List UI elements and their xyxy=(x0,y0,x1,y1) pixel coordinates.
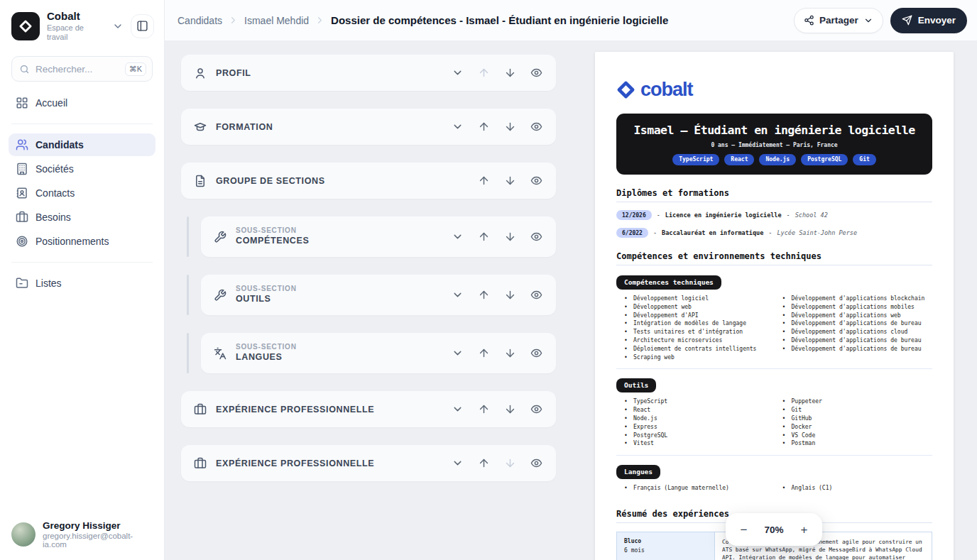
education-school: Lycée Saint-John Perse xyxy=(777,229,857,236)
language-item: •Anglais (C1) xyxy=(775,484,933,493)
visibility-eye-button[interactable] xyxy=(526,344,546,363)
breadcrumb-candidats[interactable]: Candidats xyxy=(178,15,222,26)
education-item: 6/2022 - Baccalauréat en informatique - … xyxy=(616,228,932,238)
cobalt-wordmark: cobalt xyxy=(640,79,693,101)
section-row-experience-2[interactable]: EXPÉRIENCE PROFESSIONNELLE xyxy=(181,445,556,481)
briefcase-icon xyxy=(194,457,207,470)
move-up-button[interactable] xyxy=(474,454,493,473)
move-up-button[interactable] xyxy=(474,344,493,363)
section-row-groupe[interactable]: GROUPE DE SECTIONS xyxy=(181,163,556,199)
grid-icon xyxy=(16,97,28,109)
sidebar-item-label: Accueil xyxy=(36,97,67,109)
section-row-formation[interactable]: FORMATION xyxy=(181,109,556,145)
subsection-indent-bar xyxy=(187,216,189,257)
move-up-button[interactable] xyxy=(474,227,493,247)
sidebar-item-label: Listes xyxy=(36,278,62,289)
chevron-right-icon xyxy=(228,15,239,26)
section-title: COMPÉTENCES xyxy=(236,236,309,247)
divider xyxy=(11,123,153,124)
section-row-profil[interactable]: PROFIL xyxy=(181,55,556,91)
visibility-eye-button[interactable] xyxy=(526,117,546,137)
share-button[interactable]: Partager xyxy=(794,8,883,33)
sidebar-item-besoins[interactable]: Besoins xyxy=(9,206,155,229)
section-title: EXPÉRIENCE PROFESSIONNELLE xyxy=(216,459,374,468)
separator: - xyxy=(657,212,660,219)
tool-item: •Vitest xyxy=(616,439,775,448)
visibility-eye-button[interactable] xyxy=(526,63,546,83)
section-row-outils[interactable]: SOUS-SECTION OUTILS xyxy=(201,275,556,315)
skill-item: •Développement d'applications de bureau xyxy=(775,336,933,345)
skills-list-right: •Développement d'applications blockchain… xyxy=(775,295,933,361)
zoom-out-button[interactable]: − xyxy=(738,521,751,539)
zoom-in-button[interactable]: + xyxy=(798,521,811,539)
breadcrumb-candidate-name[interactable]: Ismael Mehdid xyxy=(244,15,309,26)
skill-item: •Développement logiciel xyxy=(616,295,775,303)
skill-item: •Développement d'API xyxy=(616,312,775,320)
sidebar-item-label: Contacts xyxy=(36,187,75,199)
collapse-section-button[interactable] xyxy=(447,63,467,83)
tool-item: •Puppeteer xyxy=(775,397,933,406)
skills-block: Compétences techniques •Développement lo… xyxy=(616,265,932,369)
collapse-section-button[interactable] xyxy=(447,344,467,363)
visibility-eye-button[interactable] xyxy=(526,400,546,419)
collapse-section-button[interactable] xyxy=(447,285,467,305)
visibility-eye-button[interactable] xyxy=(526,227,546,247)
section-title: PROFIL xyxy=(216,68,251,78)
move-up-button[interactable] xyxy=(474,117,493,137)
tool-item: •Postman xyxy=(775,439,933,448)
collapse-sidebar-button[interactable] xyxy=(131,14,154,38)
sidebar-item-listes[interactable]: Listes xyxy=(9,272,155,295)
languages-badge: Langues xyxy=(616,465,660,479)
education-item: 12/2026 - Licence en ingénierie logiciel… xyxy=(616,210,932,220)
collapse-section-button[interactable] xyxy=(447,454,467,473)
candidate-title: Ismael — Étudiant en ingénierie logiciel… xyxy=(626,123,922,137)
move-up-button[interactable] xyxy=(474,171,493,191)
skill-item: •Intégration de modèles de langage xyxy=(616,319,775,328)
workspace-subtitle: Espace de travail xyxy=(47,23,104,42)
sidebar-item-contacts[interactable]: Contacts xyxy=(9,182,155,204)
chevron-right-icon xyxy=(315,15,325,26)
pdf-preview-page: cobalt Ismael — Étudiant en ingénierie l… xyxy=(595,52,954,560)
search-input[interactable]: Rechercher... ⌘K xyxy=(11,56,153,82)
target-icon xyxy=(16,235,28,248)
move-down-button[interactable] xyxy=(500,63,520,83)
education-date-badge: 6/2022 xyxy=(616,228,648,238)
collapse-section-button[interactable] xyxy=(447,117,467,137)
chevron-down-icon[interactable] xyxy=(112,21,124,32)
skill-item: •Scraping web xyxy=(616,353,775,362)
skill-item: •Développement d'applications de bureau xyxy=(775,345,933,353)
collapse-section-button[interactable] xyxy=(447,400,467,419)
person-icon xyxy=(194,67,207,79)
candidate-hero-card: Ismael — Étudiant en ingénierie logiciel… xyxy=(616,114,932,175)
sidebar-item-candidats[interactable]: Candidats xyxy=(9,133,155,156)
workspace-switcher[interactable]: Cobalt Espace de travail xyxy=(0,0,164,49)
move-up-button[interactable] xyxy=(474,285,493,305)
tool-item: •Git xyxy=(775,406,933,414)
move-up-button[interactable] xyxy=(474,400,493,419)
sidebar-item-accueil[interactable]: Accueil xyxy=(9,92,155,114)
chevron-down-icon xyxy=(863,16,873,26)
move-down-button[interactable] xyxy=(500,227,520,247)
visibility-eye-button[interactable] xyxy=(526,454,546,473)
sidebar-item-positionnements[interactable]: Positionnements xyxy=(9,230,155,253)
visibility-eye-button[interactable] xyxy=(526,285,546,305)
sidebar-item-societes[interactable]: Sociétés xyxy=(9,158,155,180)
move-down-button[interactable] xyxy=(500,344,520,363)
cobalt-logo xyxy=(11,12,40,40)
move-down-button[interactable] xyxy=(500,285,520,305)
section-row-competences[interactable]: SOUS-SECTION COMPÉTENCES xyxy=(201,216,556,257)
section-row-experience-1[interactable]: EXPÉRIENCE PROFESSIONNELLE xyxy=(181,391,556,427)
section-title: EXPÉRIENCE PROFESSIONNELLE xyxy=(216,405,374,414)
visibility-eye-button[interactable] xyxy=(526,171,546,191)
skill-item: •Architecture microservices xyxy=(616,336,775,345)
move-down-button[interactable] xyxy=(500,171,520,191)
move-down-button[interactable] xyxy=(500,400,520,419)
tools-list-left: •TypeScript•React•Node.js•Express•Postgr… xyxy=(616,397,775,448)
user-menu[interactable]: Gregory Hissiger gregory.hissiger@cobalt… xyxy=(0,509,164,560)
collapse-section-button[interactable] xyxy=(447,227,467,247)
send-button[interactable]: Envoyer xyxy=(890,8,967,33)
briefcase-icon xyxy=(16,211,28,224)
section-row-langues[interactable]: SOUS-SECTION LANGUES xyxy=(201,333,556,373)
skill-chip: PostgreSQL xyxy=(801,154,848,165)
move-down-button[interactable] xyxy=(500,117,520,137)
